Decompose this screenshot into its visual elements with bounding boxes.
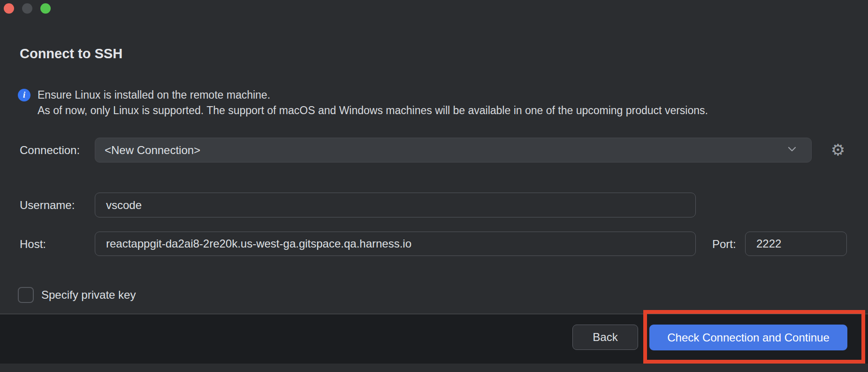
info-text: Ensure Linux is installed on the remote …	[38, 87, 708, 118]
connection-selected-value: <New Connection>	[105, 144, 200, 157]
specify-private-key-label: Specify private key	[41, 288, 136, 302]
connection-select[interactable]: <New Connection>	[95, 138, 812, 163]
info-line-1: Ensure Linux is installed on the remote …	[38, 87, 708, 103]
username-value: vscode	[106, 199, 142, 212]
port-value: 2222	[756, 237, 781, 250]
back-button[interactable]: Back	[572, 325, 638, 350]
host-value: reactappgit-da2ai8-2re20k.us-west-ga.git…	[106, 237, 411, 250]
username-input[interactable]: vscode	[95, 193, 696, 217]
gear-icon[interactable]: ⚙	[829, 140, 847, 159]
username-label: Username:	[20, 199, 75, 212]
connect-to-ssh-dialog: Connect to SSH i Ensure Linux is install…	[0, 0, 868, 372]
minimize-window-button[interactable]	[22, 3, 32, 14]
chevron-down-icon	[786, 143, 798, 158]
host-label: Host:	[20, 238, 46, 251]
page-title: Connect to SSH	[20, 46, 122, 62]
info-banner: i Ensure Linux is installed on the remot…	[18, 87, 708, 118]
window-controls	[4, 3, 51, 14]
check-connection-and-continue-button[interactable]: Check Connection and Continue	[649, 325, 847, 350]
connection-label: Connection:	[20, 144, 80, 157]
specify-private-key-checkbox[interactable]	[18, 287, 34, 303]
port-input[interactable]: 2222	[745, 232, 847, 256]
info-line-2: As of now, only Linux is supported. The …	[38, 103, 708, 118]
zoom-window-button[interactable]	[40, 3, 51, 14]
host-input[interactable]: reactappgit-da2ai8-2re20k.us-west-ga.git…	[95, 232, 696, 256]
info-icon: i	[18, 89, 30, 101]
close-window-button[interactable]	[4, 3, 14, 14]
port-label: Port:	[712, 238, 736, 251]
